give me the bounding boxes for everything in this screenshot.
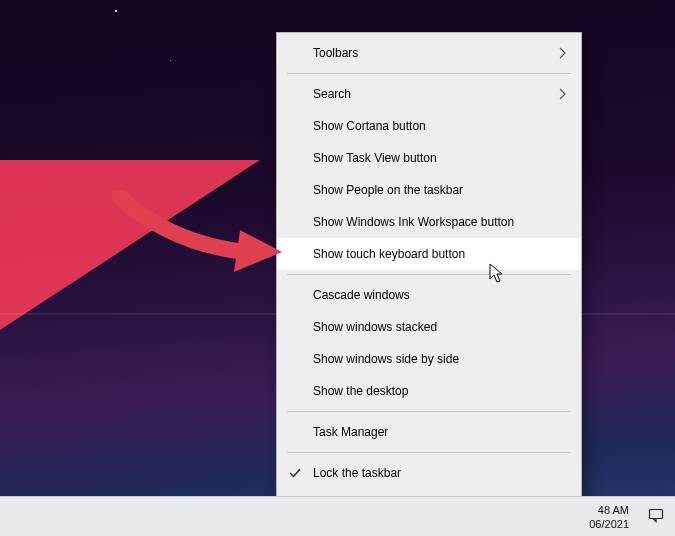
chevron-right-icon xyxy=(559,88,567,100)
menu-item-cascade[interactable]: Cascade windows xyxy=(277,279,581,311)
checkmark-icon xyxy=(287,465,303,481)
menu-item-ink-workspace[interactable]: Show Windows Ink Workspace button xyxy=(277,206,581,238)
menu-item-stacked[interactable]: Show windows stacked xyxy=(277,311,581,343)
menu-item-cortana[interactable]: Show Cortana button xyxy=(277,110,581,142)
menu-separator xyxy=(287,73,571,74)
menu-item-toolbars[interactable]: Toolbars xyxy=(277,37,581,69)
menu-separator xyxy=(287,452,571,453)
taskbar-context-menu: Toolbars Search Show Cortana button Show… xyxy=(276,32,582,526)
menu-item-lock-taskbar[interactable]: Lock the taskbar xyxy=(277,457,581,489)
action-center-icon[interactable] xyxy=(643,507,669,526)
menu-separator xyxy=(287,411,571,412)
menu-item-side-by-side[interactable]: Show windows side by side xyxy=(277,343,581,375)
taskbar-left xyxy=(0,497,583,537)
taskbar[interactable]: 48 AM 06/2021 xyxy=(0,496,675,536)
menu-item-label: Toolbars xyxy=(313,46,358,60)
menu-item-label: Lock the taskbar xyxy=(313,466,401,480)
menu-item-people[interactable]: Show People on the taskbar xyxy=(277,174,581,206)
menu-item-label: Cascade windows xyxy=(313,288,410,302)
menu-item-label: Show Cortana button xyxy=(313,119,426,133)
menu-item-label: Show the desktop xyxy=(313,384,408,398)
clock-date: 06/2021 xyxy=(589,517,629,531)
chevron-right-icon xyxy=(559,47,567,59)
menu-item-task-view[interactable]: Show Task View button xyxy=(277,142,581,174)
system-tray: 48 AM 06/2021 xyxy=(583,497,675,536)
menu-item-label: Task Manager xyxy=(313,425,388,439)
star-decoration xyxy=(170,60,171,61)
desktop: Toolbars Search Show Cortana button Show… xyxy=(0,0,675,536)
svg-rect-9 xyxy=(650,510,663,519)
menu-separator xyxy=(287,274,571,275)
menu-item-show-desktop[interactable]: Show the desktop xyxy=(277,375,581,407)
menu-item-label: Show People on the taskbar xyxy=(313,183,463,197)
menu-item-task-manager[interactable]: Task Manager xyxy=(277,416,581,448)
menu-item-label: Show Windows Ink Workspace button xyxy=(313,215,514,229)
star-decoration xyxy=(115,10,117,12)
menu-item-touch-keyboard[interactable]: Show touch keyboard button xyxy=(277,238,581,270)
menu-item-label: Show Task View button xyxy=(313,151,437,165)
menu-item-label: Show touch keyboard button xyxy=(313,247,465,261)
clock-time: 48 AM xyxy=(589,503,629,517)
menu-item-search[interactable]: Search xyxy=(277,78,581,110)
menu-item-label: Search xyxy=(313,87,351,101)
taskbar-clock[interactable]: 48 AM 06/2021 xyxy=(583,503,635,531)
menu-item-label: Show windows stacked xyxy=(313,320,437,334)
wallpaper-light-ray xyxy=(0,160,260,330)
menu-item-label: Show windows side by side xyxy=(313,352,459,366)
start-button[interactable] xyxy=(6,497,46,537)
